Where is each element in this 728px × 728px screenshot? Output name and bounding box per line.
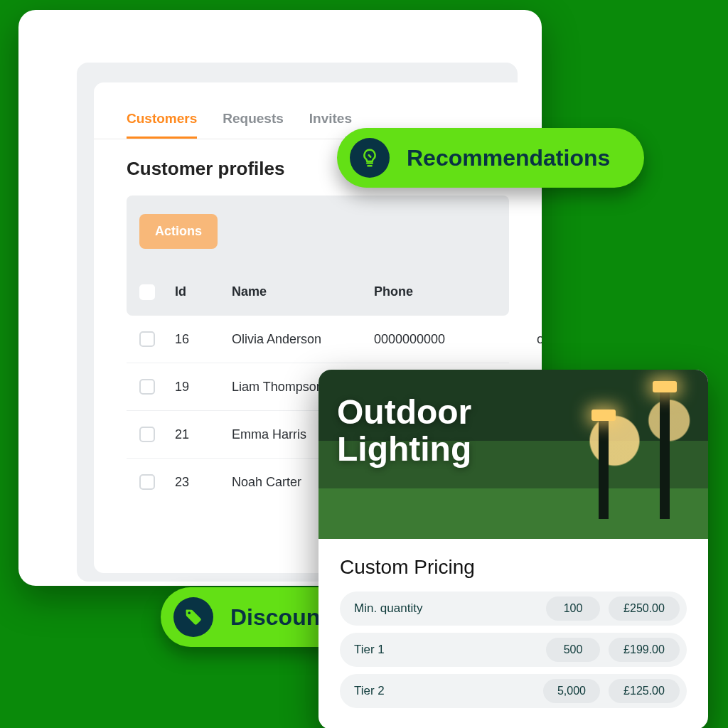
tier-price: £250.00 bbox=[609, 596, 680, 621]
table-header: Id Name Phone E- bbox=[127, 269, 509, 316]
cell-phone: 0000000000 bbox=[374, 332, 502, 347]
lamp-icon bbox=[599, 419, 609, 519]
cell-id: 21 bbox=[175, 427, 232, 442]
actions-button[interactable]: Actions bbox=[139, 214, 218, 249]
col-phone: Phone bbox=[374, 284, 502, 300]
tier-qty: 100 bbox=[546, 596, 600, 621]
cell-email: olivi bbox=[502, 332, 542, 347]
col-id: Id bbox=[175, 284, 232, 300]
col-name: Name bbox=[232, 284, 374, 300]
product-body: Custom Pricing Min. quantity 100 £250.00… bbox=[318, 539, 708, 728]
tier-price: £199.00 bbox=[609, 638, 680, 662]
recommendations-label: Recommendations bbox=[407, 145, 610, 171]
col-email: E- bbox=[502, 284, 542, 300]
cell-id: 19 bbox=[175, 380, 232, 395]
tier-label: Tier 2 bbox=[354, 684, 535, 698]
table-row: 16 Olivia Anderson 0000000000 olivi bbox=[127, 316, 509, 363]
recommendations-badge[interactable]: Recommendations bbox=[337, 128, 644, 188]
tier-price: £125.00 bbox=[609, 679, 680, 703]
tab-customers[interactable]: Customers bbox=[127, 111, 197, 139]
row-checkbox[interactable] bbox=[139, 331, 155, 347]
cell-name: Olivia Anderson bbox=[232, 332, 374, 347]
tier-label: Tier 1 bbox=[354, 643, 537, 657]
cell-id: 16 bbox=[175, 332, 232, 347]
pricing-tier-row: Tier 2 5,000 £125.00 bbox=[340, 674, 687, 708]
tag-icon bbox=[173, 597, 213, 637]
svg-point-0 bbox=[188, 612, 191, 614]
product-hero-image: Outdoor Lighting bbox=[318, 370, 708, 539]
pricing-tier-row: Tier 1 500 £199.00 bbox=[340, 633, 687, 667]
row-checkbox[interactable] bbox=[139, 427, 155, 442]
tab-invites[interactable]: Invites bbox=[309, 111, 352, 139]
row-checkbox[interactable] bbox=[139, 474, 155, 490]
tab-requests[interactable]: Requests bbox=[223, 111, 284, 139]
cell-id: 23 bbox=[175, 475, 232, 490]
select-all-checkbox[interactable] bbox=[139, 284, 155, 300]
row-checkbox[interactable] bbox=[139, 379, 155, 395]
product-title: Outdoor Lighting bbox=[337, 394, 536, 468]
lamp-icon bbox=[660, 391, 670, 519]
product-card: Outdoor Lighting Custom Pricing Min. qua… bbox=[318, 370, 708, 728]
tier-qty: 500 bbox=[546, 638, 600, 662]
table-toolbar: Actions bbox=[127, 196, 509, 269]
tier-label: Min. quantity bbox=[354, 601, 537, 616]
pricing-title: Custom Pricing bbox=[340, 556, 687, 579]
tier-qty: 5,000 bbox=[543, 679, 600, 703]
pricing-tier-row: Min. quantity 100 £250.00 bbox=[340, 592, 687, 626]
lightbulb-icon bbox=[350, 138, 390, 178]
